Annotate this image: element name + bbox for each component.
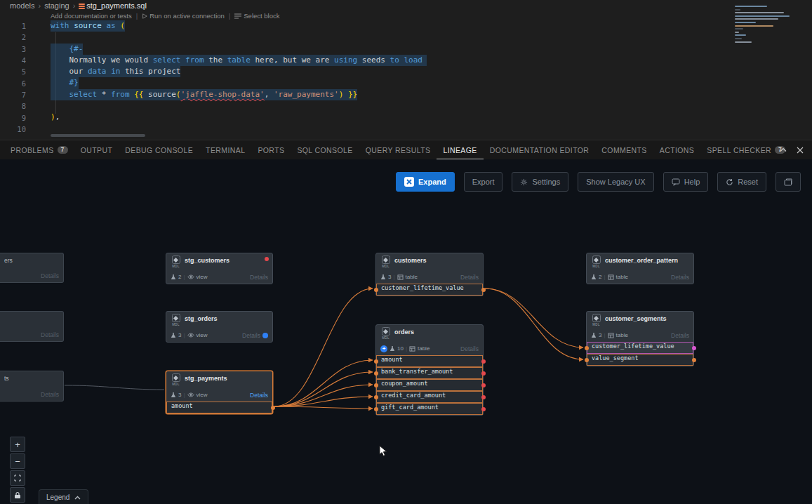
- settings-button[interactable]: Settings: [512, 172, 568, 192]
- code-line-content[interactable]: select * from {{ source('jaffle-shop-dat…: [51, 89, 357, 100]
- codelens-link[interactable]: Add documentation or tests: [51, 12, 132, 20]
- details-link[interactable]: Details: [250, 274, 268, 281]
- lineage-edge: [274, 289, 373, 406]
- column-customer_lifetime_value[interactable]: customer_lifetime_value: [587, 342, 693, 354]
- code-token: table: [227, 55, 255, 65]
- column-bank_transfer_amount[interactable]: bank_transfer_amount: [376, 367, 483, 379]
- tab-comments[interactable]: COMMENTS: [595, 140, 653, 159]
- lineage-node-stg_payments[interactable]: MDLstg_payments3|viewDetailsamount: [166, 371, 273, 414]
- code-line-content[interactable]: {#-: [51, 44, 83, 55]
- button-label: Export: [472, 178, 495, 186]
- tab-documentation-editor[interactable]: DOCUMENTATION EDITOR: [484, 140, 596, 159]
- details-link[interactable]: Details: [41, 391, 59, 398]
- tab-ports[interactable]: PORTS: [251, 140, 291, 159]
- tab-debug-console[interactable]: DEBUG CONSOLE: [119, 140, 199, 159]
- lock-button[interactable]: [10, 487, 25, 503]
- panel-close-icon[interactable]: [797, 147, 804, 154]
- code-line-content[interactable]: our data in this project: [51, 66, 180, 77]
- column-amount[interactable]: amount: [376, 355, 483, 367]
- line-number: 4: [0, 56, 26, 65]
- column-credit_card_amount[interactable]: credit_card_amount: [376, 391, 483, 403]
- materialization-label: table: [616, 332, 628, 338]
- status-dot: [262, 333, 268, 338]
- code-token: {#-: [69, 44, 84, 53]
- divider: |: [604, 274, 605, 280]
- zoom-out-button[interactable]: −: [10, 453, 25, 469]
- tests-count: 3: [599, 332, 601, 338]
- codelens-link[interactable]: Select block: [234, 12, 279, 20]
- details-link[interactable]: Details: [671, 274, 689, 281]
- divider: |: [183, 392, 185, 398]
- button-label: Help: [684, 178, 700, 186]
- tests-count: 10: [397, 345, 404, 352]
- tab-query-results[interactable]: QUERY RESULTS: [359, 140, 437, 159]
- model-icon: [172, 373, 180, 382]
- tab-actions[interactable]: ACTIONS: [653, 140, 700, 159]
- divider: |: [393, 274, 394, 280]
- tab-lineage[interactable]: LINEAGE: [437, 140, 483, 159]
- tab-terminal[interactable]: TERMINAL: [199, 140, 251, 159]
- lineage-node-stg_orders[interactable]: MDLstg_orders3|viewDetails: [166, 311, 273, 343]
- column-coupon_amount[interactable]: coupon_amount: [376, 379, 483, 391]
- code-line-content[interactable]: with source as (: [51, 20, 125, 32]
- node-name: ts: [4, 375, 9, 382]
- node-kind: MDL: [171, 256, 181, 268]
- reset-button[interactable]: Reset: [717, 172, 766, 192]
- column-name: customer_lifetime_value: [381, 284, 464, 291]
- details-link[interactable]: Details: [41, 272, 59, 279]
- details-link[interactable]: Details: [460, 274, 479, 281]
- line-number: 2: [0, 33, 26, 41]
- code-area[interactable]: 1with source as (23 {#-4 Normally we wou…: [0, 20, 812, 135]
- expand-button[interactable]: Expand: [396, 172, 455, 192]
- lineage-node-partial-1[interactable]: Details: [0, 311, 64, 342]
- details-link[interactable]: Details: [41, 331, 59, 338]
- details-link[interactable]: Details: [460, 345, 479, 352]
- column-customer_lifetime_value[interactable]: customer_lifetime_value: [376, 284, 483, 296]
- lineage-node-customer_order_pattern[interactable]: MDLcustomer_order_pattern2|tableDetails: [586, 253, 694, 284]
- code-token: here, but we are: [255, 55, 334, 65]
- tab-sql-console[interactable]: SQL CONSOLE: [291, 140, 359, 159]
- show-legacy-ux-button[interactable]: Show Legacy UX: [578, 172, 653, 192]
- dbt-icon: [404, 177, 414, 187]
- codelens-link[interactable]: Run on active connection: [142, 12, 225, 20]
- column-port-left: [585, 358, 589, 362]
- legend-toggle[interactable]: Legend: [39, 489, 88, 504]
- zoom-in-button[interactable]: +: [10, 437, 25, 452]
- tab-problems[interactable]: PROBLEMS7: [4, 140, 74, 159]
- minimap[interactable]: [735, 6, 805, 44]
- lineage-node-orders[interactable]: MDLorders+10|tableDetailsamountbank_tran…: [375, 324, 484, 416]
- lineage-node-partial-2[interactable]: tsDetails: [0, 371, 64, 402]
- help-button[interactable]: Help: [663, 172, 709, 192]
- materialization-label: view: [197, 274, 208, 280]
- lineage-node-partial-0[interactable]: ersDetails: [0, 253, 64, 283]
- tab-output[interactable]: OUTPUT: [74, 140, 119, 159]
- details-link[interactable]: Details: [671, 332, 689, 339]
- column-gift_card_amount[interactable]: gift_card_amount: [376, 403, 483, 415]
- details-link[interactable]: Details: [242, 332, 260, 339]
- breadcrumb-item[interactable]: models: [10, 1, 34, 10]
- breadcrumb-item[interactable]: stg_payments.sql: [79, 1, 147, 10]
- lineage-node-customer_segments[interactable]: MDLcustomer_segments3|tableDetailscustom…: [586, 311, 694, 366]
- tab-spell-checker[interactable]: SPELL CHECKER7: [700, 140, 792, 159]
- column-name: amount: [171, 402, 193, 409]
- panel-maximize-icon[interactable]: [780, 147, 787, 152]
- details-link[interactable]: Details: [250, 392, 268, 399]
- lineage-node-stg_customers[interactable]: MDLstg_customers2|viewDetails: [166, 253, 273, 284]
- expand-columns-button[interactable]: +: [380, 345, 387, 352]
- open-window-icon-button[interactable]: [776, 172, 801, 192]
- code-line-content[interactable]: ),: [51, 112, 60, 123]
- fit-view-button[interactable]: [10, 470, 25, 486]
- export-button[interactable]: Export: [464, 172, 503, 192]
- horizontal-scrollbar[interactable]: [51, 134, 145, 137]
- column-amount[interactable]: amount: [166, 402, 272, 413]
- code-line-content[interactable]: Normally we would select from the table …: [51, 55, 422, 66]
- button-label: Show Legacy UX: [586, 178, 645, 186]
- breadcrumb-item[interactable]: staging: [44, 1, 69, 10]
- code-line-content[interactable]: #}: [51, 77, 79, 88]
- lineage-node-customers[interactable]: MDLcustomers3|tableDetailscustomer_lifet…: [375, 253, 484, 296]
- node-header: ts: [0, 371, 63, 384]
- node-meta-row: +10|tableDetails: [376, 342, 483, 355]
- column-value_segment[interactable]: value_segment: [587, 354, 693, 366]
- node-header: MDLstg_payments: [166, 371, 272, 388]
- button-label: Reset: [738, 178, 758, 186]
